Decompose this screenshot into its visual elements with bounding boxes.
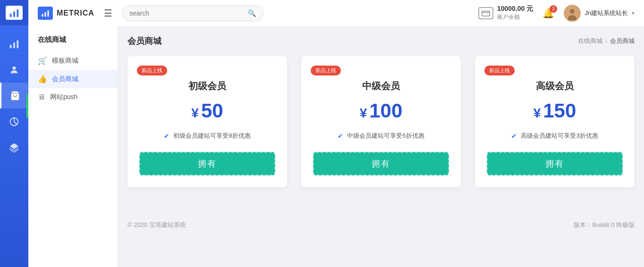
check-icon-mid: ✔: [338, 132, 343, 140]
card-basic-button[interactable]: 拥有: [139, 152, 275, 175]
svg-marker-9: [10, 143, 18, 149]
svg-rect-1: [13, 11, 15, 17]
card-mid-price: ¥100: [360, 100, 403, 122]
search-container: 🔍: [122, 5, 263, 21]
card-premium-currency: ¥: [534, 106, 541, 120]
page-title: 会员商城: [127, 35, 161, 47]
svg-rect-12: [48, 10, 49, 17]
user-name: Jn建站系统站长: [585, 9, 628, 17]
balance-amount: 10000.00 元: [497, 5, 533, 13]
svg-rect-13: [482, 11, 490, 16]
check-icon-premium: ✔: [511, 132, 517, 140]
header: METRICA ☰ 🔍 10000.00 元 账户余额: [28, 0, 644, 26]
sidebar-logo: [0, 0, 28, 26]
card-basic-price-value: 50: [201, 100, 223, 122]
card-premium-benefit-text: 高级会员建站可享受3折优惠: [521, 132, 598, 140]
sidebar-icons: [0, 31, 28, 160]
card-basic-price: ¥50: [191, 100, 223, 122]
card-premium-name: 高级会员: [536, 80, 574, 92]
check-icon-basic: ✔: [164, 132, 169, 140]
header-logo-area: METRICA: [38, 7, 94, 20]
avatar: [564, 5, 581, 22]
svg-rect-3: [10, 44, 12, 48]
wallet-icon: [478, 7, 493, 19]
card-premium-benefit: ✔ 高级会员建站可享受3折优惠: [511, 132, 598, 140]
svg-point-6: [12, 66, 16, 69]
menu-toggle-button[interactable]: ☰: [102, 5, 115, 21]
sidebar-nav-user[interactable]: [0, 57, 28, 83]
card-premium-button[interactable]: 拥有: [487, 152, 623, 175]
svg-rect-10: [42, 14, 43, 17]
header-right: 10000.00 元 账户余额 🔔 2 Jn建站系统站长 ▾: [478, 5, 635, 22]
svg-rect-5: [17, 40, 19, 48]
search-icon: 🔍: [248, 9, 256, 17]
thumbsup-nav-icon: 👍: [38, 75, 47, 83]
cart-nav-icon: 🛒: [38, 56, 47, 65]
footer-version: 版本：Build8.0 终极版: [574, 221, 635, 229]
sidebar: [0, 0, 28, 267]
sidebar-green-indicator: [26, 94, 28, 118]
sidebar-nav-pie[interactable]: [0, 108, 28, 134]
search-input[interactable]: [129, 9, 248, 17]
footer-copyright: © 2020 宝塔建站系统: [127, 221, 186, 229]
card-premium-price-value: 150: [543, 100, 576, 122]
left-nav: 在线商城 🛒 模板商城 👍 会员商城 🖥 网站push: [28, 26, 118, 267]
svg-rect-0: [10, 14, 12, 17]
card-mid-benefit: ✔ 中级会员建站可享受5折优惠: [338, 132, 424, 140]
card-basic-benefit-text: 初级会员建站可享受8折优惠: [173, 132, 250, 140]
badge-premium: 新品上线: [484, 66, 515, 75]
breadcrumb-separator: ›: [605, 38, 607, 45]
svg-rect-4: [13, 42, 15, 48]
nav-membership[interactable]: 👍 会员商城: [28, 70, 118, 88]
monitor-nav-icon: 🖥: [38, 93, 45, 101]
card-basic-name: 初级会员: [188, 80, 226, 92]
balance-label: 账户余额: [497, 13, 533, 21]
card-basic-benefit: ✔ 初级会员建站可享受8折优惠: [164, 132, 250, 140]
breadcrumb-current: 会员商城: [610, 37, 635, 45]
card-basic-currency: ¥: [191, 106, 199, 120]
user-menu[interactable]: Jn建站系统站长 ▾: [564, 5, 635, 22]
card-premium-price: ¥150: [534, 100, 576, 122]
badge-basic: 新品上线: [137, 66, 167, 75]
bell-badge: 2: [550, 5, 557, 13]
card-mid-price-value: 100: [369, 100, 402, 122]
balance-details: 10000.00 元 账户余额: [497, 5, 533, 21]
card-basic: 新品上线 初级会员 ¥50 ✔ 初级会员建站可享受8折优惠 拥有: [127, 56, 287, 187]
page-header: 会员商城 在线商城 › 会员商城: [127, 35, 635, 47]
svg-rect-2: [17, 9, 19, 17]
sidebar-nav-layers[interactable]: [0, 134, 28, 160]
svg-rect-11: [45, 12, 46, 17]
sidebar-nav-chart[interactable]: [0, 31, 28, 57]
card-premium: 新品上线 高级会员 ¥150 ✔ 高级会员建站可享受3折优惠 拥有: [475, 56, 635, 187]
card-mid-currency: ¥: [360, 106, 367, 120]
main-content: 会员商城 在线商城 › 会员商城 新品上线 初级会员 ¥50 ✔: [118, 26, 644, 267]
account-balance: 10000.00 元 账户余额: [478, 5, 533, 21]
nav-template-label: 模板商城: [52, 57, 78, 65]
notification-bell[interactable]: 🔔 2: [542, 8, 554, 19]
nav-push-label: 网站push: [50, 93, 77, 101]
sidebar-nav-cart[interactable]: [0, 83, 28, 108]
cards-container: 新品上线 初级会员 ¥50 ✔ 初级会员建站可享受8折优惠 拥有 新品上线 中级…: [127, 56, 635, 187]
nav-membership-label: 会员商城: [52, 75, 78, 83]
left-nav-title: 在线商城: [28, 35, 118, 51]
content-area: 在线商城 🛒 模板商城 👍 会员商城 🖥 网站push 会员商城 在线商城 ›: [28, 26, 644, 267]
card-mid: 新品上线 中级会员 ¥100 ✔ 中级会员建站可享受5折优惠 拥有: [301, 56, 461, 187]
main-wrapper: METRICA ☰ 🔍 10000.00 元 账户余额: [28, 0, 644, 267]
badge-mid: 新品上线: [311, 66, 341, 75]
card-mid-name: 中级会员: [362, 80, 400, 92]
nav-push[interactable]: 🖥 网站push: [28, 88, 118, 106]
nav-template[interactable]: 🛒 模板商城: [28, 51, 118, 70]
user-chevron-icon: ▾: [632, 10, 635, 17]
header-logo-box: [38, 7, 53, 20]
svg-point-15: [570, 9, 575, 14]
card-mid-benefit-text: 中级会员建站可享受5折优惠: [347, 132, 424, 140]
breadcrumb: 在线商城 › 会员商城: [578, 37, 635, 45]
breadcrumb-root: 在线商城: [578, 37, 602, 45]
card-mid-button[interactable]: 拥有: [313, 152, 449, 175]
header-brand: METRICA: [57, 9, 94, 17]
content-footer: © 2020 宝塔建站系统 版本：Build8.0 终极版: [127, 211, 635, 229]
